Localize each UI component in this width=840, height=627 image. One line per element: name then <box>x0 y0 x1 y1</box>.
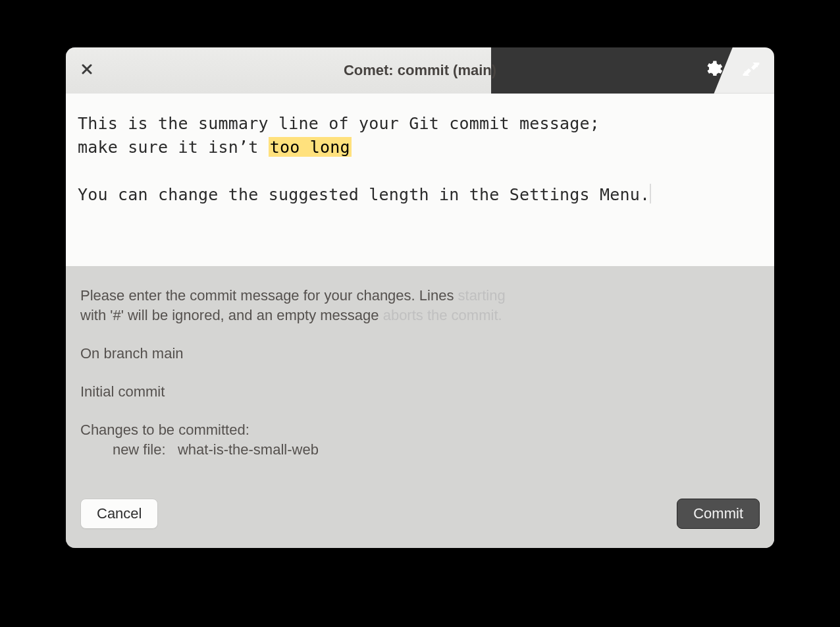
editor-line-1a: This is the summary line of your Git com… <box>78 114 600 133</box>
commit-hint-panel: Please enter the commit message for your… <box>66 266 774 548</box>
dialog-footer: Cancel Commit <box>66 495 774 548</box>
cancel-button-label: Cancel <box>97 505 142 522</box>
commit-window: Comet: commit (main) This is th <box>66 47 774 548</box>
commit-button-label: Commit <box>693 505 743 522</box>
expand-icon <box>741 59 761 82</box>
commit-message-editor[interactable]: This is the summary line of your Git com… <box>66 94 774 266</box>
commit-hint-text: Please enter the commit message for your… <box>66 266 774 460</box>
text-cursor <box>650 184 651 204</box>
settings-button[interactable] <box>703 61 723 80</box>
close-icon <box>82 64 92 77</box>
editor-line-3: You can change the suggested length in t… <box>78 185 650 204</box>
maximize-button[interactable] <box>741 61 761 80</box>
titlebar: Comet: commit (main) <box>66 47 774 94</box>
close-button[interactable] <box>79 63 95 78</box>
gear-icon <box>703 59 723 82</box>
editor-line-2a: make sure it isn’t <box>78 138 269 157</box>
summary-overflow-highlight: too long <box>269 137 352 157</box>
commit-button[interactable]: Commit <box>677 499 760 529</box>
cancel-button[interactable]: Cancel <box>80 499 158 529</box>
